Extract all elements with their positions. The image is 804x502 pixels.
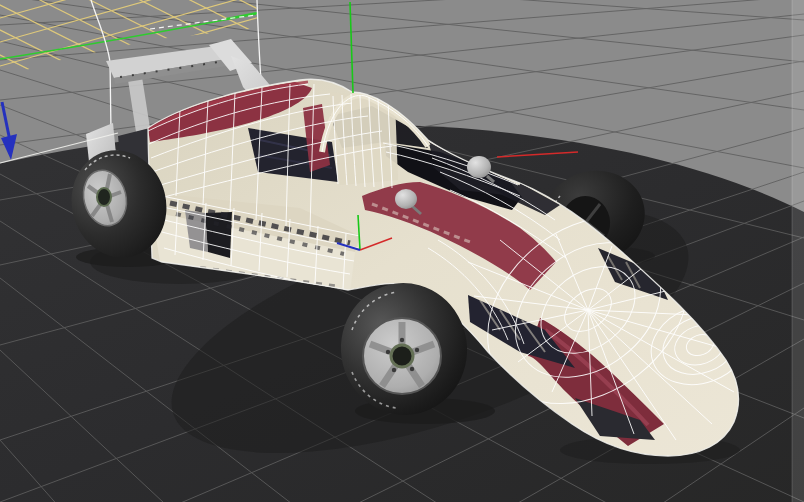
side-mirror-left <box>395 189 417 209</box>
fl-hub <box>391 345 413 367</box>
side-mirror-right <box>467 156 491 178</box>
rl-hub <box>97 188 111 206</box>
3d-viewport[interactable] <box>0 0 804 502</box>
ground-edge-strip <box>792 0 804 502</box>
